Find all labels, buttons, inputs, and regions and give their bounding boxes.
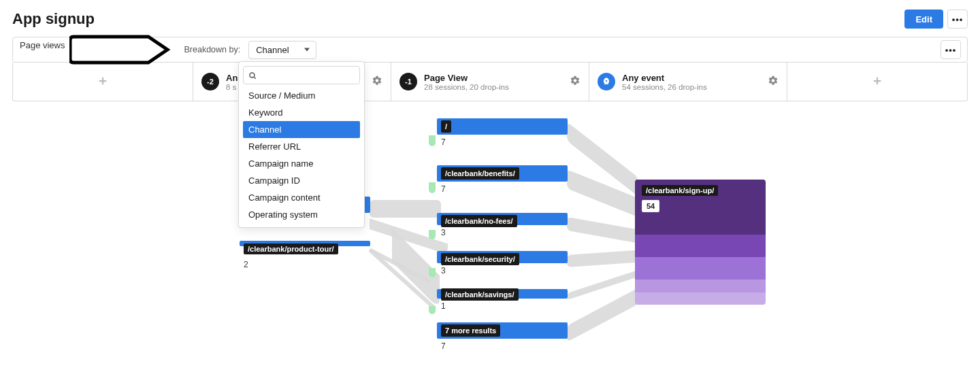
- step-title: An: [226, 73, 238, 83]
- plus-icon: [871, 75, 883, 89]
- tag-shape-annotation: [69, 34, 172, 65]
- node-count: 7: [441, 184, 568, 194]
- funnel-node-more[interactable]: 7 more results 7: [437, 322, 568, 351]
- drop-in-indicator: [429, 306, 436, 314]
- dropdown-item-campaign-content[interactable]: Campaign content: [243, 189, 360, 206]
- node-label: /clearbank/product-tour/: [244, 243, 338, 254]
- more-icon: •••: [945, 45, 957, 55]
- step-settings-button[interactable]: [570, 75, 581, 88]
- rocket-icon: [598, 73, 615, 90]
- dropdown-item-operating-system[interactable]: Operating system: [243, 206, 360, 223]
- dropdown-item-keyword[interactable]: Keyword: [243, 104, 360, 121]
- plus-icon: [97, 75, 109, 89]
- step-settings-button[interactable]: [372, 75, 382, 88]
- step-title: Any event: [622, 73, 707, 83]
- sankey-link: [370, 200, 441, 218]
- breakdown-select-value: Channel: [256, 45, 289, 55]
- dropdown-item-campaign-name[interactable]: Campaign name: [243, 155, 360, 172]
- step-badge: -2: [201, 73, 219, 90]
- step-badge: -1: [399, 73, 417, 90]
- node-count: 3: [441, 266, 568, 275]
- destination-label: /clearbank/sign-up/: [642, 185, 718, 196]
- destination-node[interactable]: /clearbank/sign-up/ 54: [635, 180, 766, 305]
- destination-count: 54: [642, 200, 659, 212]
- step-minus-1[interactable]: -1 Page View 28 sessions, 20 drop-ins: [391, 63, 589, 101]
- funnel-node[interactable]: /clearbank/benefits/ 7: [437, 165, 568, 194]
- drop-in-indicator: [429, 135, 436, 146]
- step-settings-button[interactable]: [768, 75, 779, 88]
- node-label: /clearbank/security/: [441, 253, 519, 265]
- dropdown-search[interactable]: [243, 66, 360, 84]
- node-label: /: [441, 120, 451, 133]
- steps-row: -2 An 8 s -1 Page View 28 sessions, 20 d…: [12, 63, 968, 101]
- node-label: /clearbank/benefits/: [441, 167, 519, 180]
- funnel-node[interactable]: / 7: [437, 118, 568, 147]
- toolbar: Page views Breakdown by: Channel •••: [12, 37, 968, 63]
- step-any-event[interactable]: Any event 54 sessions, 26 drop-ins: [589, 63, 787, 101]
- more-icon: •••: [952, 14, 964, 24]
- sankey-link: [567, 250, 638, 267]
- node-label: 7 more results: [441, 324, 500, 337]
- dropdown-item-source-medium[interactable]: Source / Medium: [243, 87, 360, 104]
- edit-button[interactable]: Edit: [904, 10, 943, 29]
- node-count: 7: [441, 341, 568, 351]
- step-subtitle: 8 s: [226, 83, 238, 91]
- add-step-left[interactable]: [13, 63, 193, 101]
- node-label: /clearbank/savings/: [441, 288, 519, 301]
- breakdown-dropdown[interactable]: Source / Medium Keyword Channel Referrer…: [238, 61, 365, 228]
- breakdown-select[interactable]: Channel: [248, 41, 316, 59]
- dropdown-item-campaign-id[interactable]: Campaign ID: [243, 172, 360, 189]
- drop-in-indicator: [429, 182, 436, 193]
- node-count: 1: [441, 301, 568, 311]
- header-more-button[interactable]: •••: [947, 10, 968, 29]
- breakdown-label: Breakdown by:: [184, 45, 240, 54]
- step-subtitle: 54 sessions, 26 drop-ins: [622, 83, 707, 91]
- drop-in-indicator: [429, 268, 436, 277]
- toolbar-more-button[interactable]: •••: [941, 40, 961, 59]
- search-icon: [248, 71, 257, 80]
- funnel-node[interactable]: /clearbank/product-tour/ 2: [240, 241, 370, 269]
- funnel-node[interactable]: /clearbank/savings/ 1: [437, 289, 568, 311]
- drop-in-indicator: [429, 230, 436, 239]
- dropdown-item-referrer-url[interactable]: Referrer URL: [243, 138, 360, 155]
- sankey-link: [567, 217, 638, 243]
- dropdown-search-input[interactable]: [261, 69, 355, 81]
- funnel-node[interactable]: /clearbank/no-fees/ 3: [437, 213, 568, 237]
- page-views-label: Page views: [20, 39, 65, 50]
- add-step-right[interactable]: [787, 63, 967, 101]
- node-label: /clearbank/no-fees/: [441, 215, 517, 227]
- node-count: 3: [441, 228, 568, 237]
- dropdown-item-channel[interactable]: Channel: [243, 121, 360, 138]
- node-count: 7: [441, 137, 568, 147]
- step-title: Page View: [424, 73, 509, 83]
- node-count: 2: [244, 260, 370, 269]
- funnel-canvas: / 6 /clearbank/product-tour/ 2 / 7 /clea…: [12, 101, 968, 387]
- step-subtitle: 28 sessions, 20 drop-ins: [424, 83, 509, 91]
- funnel-node[interactable]: /clearbank/security/ 3: [437, 251, 568, 275]
- svg-point-0: [250, 72, 255, 77]
- page-title: App signup: [12, 10, 95, 28]
